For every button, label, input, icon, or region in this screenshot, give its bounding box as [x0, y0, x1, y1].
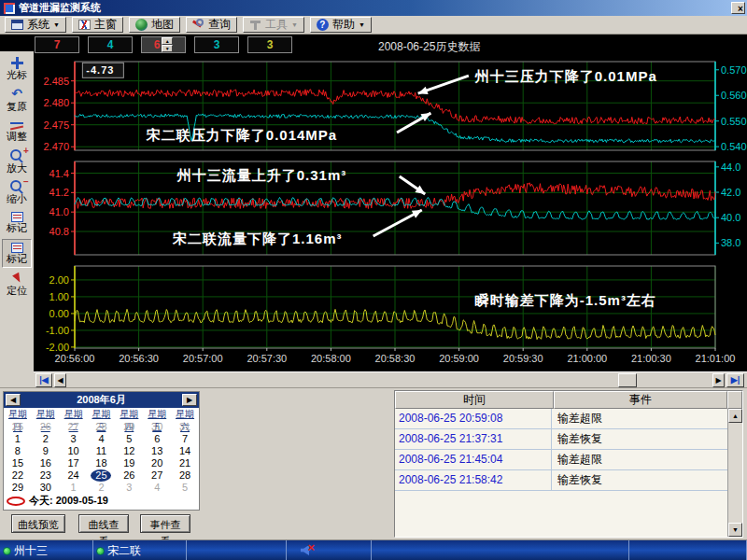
calendar-day[interactable]: 30 [32, 482, 60, 494]
calendar-day[interactable]: 6 [143, 433, 171, 445]
calendar-day[interactable]: 7 [171, 433, 199, 445]
calendar-day[interactable]: 8 [4, 445, 32, 457]
calendar-day[interactable]: 30 [143, 421, 171, 433]
calendar-day[interactable]: 14 [171, 445, 199, 457]
tool-zoom-out[interactable]: −缩小 [2, 177, 32, 206]
curve-view-button[interactable]: 曲线查看 [78, 514, 129, 533]
tool-restore[interactable]: ↶复原 [2, 85, 32, 114]
calendar-day[interactable]: 31 [171, 421, 199, 433]
curve-preview-button[interactable]: 曲线预览 [11, 514, 65, 533]
menu-item-system[interactable]: 系统▼ [5, 17, 66, 33]
calendar-day[interactable]: 2 [88, 482, 116, 494]
tool-mark[interactable]: 标记 [2, 208, 32, 237]
calendar-day-grid: 2526272829303112345678910111213141516171… [4, 421, 199, 494]
calendar-title: 2008年6月 [21, 393, 182, 407]
tool-zoom-in[interactable]: +放大 [2, 147, 32, 175]
calendar-day[interactable]: 27 [60, 421, 88, 433]
tool-mark-2[interactable]: 标记 [2, 239, 32, 268]
calendar-day[interactable]: 4 [143, 482, 171, 494]
menu-item-tools[interactable]: 工具▼ [243, 17, 304, 33]
app-icon [4, 3, 15, 14]
calendar-day[interactable]: 3 [60, 433, 88, 445]
hscroll-thumb[interactable] [618, 373, 637, 387]
calendar-day[interactable]: 18 [88, 457, 116, 469]
time-scrollbar[interactable]: |◀◀▶▶| [34, 371, 747, 387]
calendar-day[interactable]: 12 [115, 445, 143, 457]
calendar-day-selected[interactable]: 25 [91, 469, 111, 482]
calendar-day[interactable]: 28 [88, 421, 116, 433]
pressure-chart[interactable]: 2.4852.4802.4752.4700.5700.5600.5500.540… [35, 56, 747, 155]
scroll-down-icon[interactable]: ▼ [728, 523, 742, 537]
scroll-up-icon[interactable]: ▲ [728, 409, 742, 423]
menu-item-main-window[interactable]: 主窗 [72, 17, 123, 33]
svg-text:20:59:30: 20:59:30 [503, 353, 543, 364]
spinner-down-icon[interactable]: ▼ [162, 45, 173, 52]
calendar-prev-button[interactable]: ◀ [6, 394, 21, 406]
flow-chart[interactable]: 41.441.241.040.844.042.040.038.0州十三流量上升了… [35, 157, 747, 259]
calendar-day[interactable]: 29 [115, 421, 143, 433]
spinner-up-icon[interactable]: ▲ [162, 37, 173, 45]
event-table-row[interactable]: 2008-06-25 20:59:08输差超限 [395, 409, 727, 429]
counter-box-1[interactable]: 7 [35, 36, 79, 53]
event-table-scrollbar[interactable]: ▲ ▼ [727, 409, 742, 537]
calendar-day[interactable]: 19 [115, 457, 143, 469]
counter-box-5[interactable]: 3 [247, 36, 292, 53]
hscroll-prev-button[interactable]: ◀ [54, 373, 66, 387]
bottom-panel: ◀ 2008年6月 ▶ 星期日星期一星期二星期三星期四星期五星期六 252627… [0, 387, 747, 539]
hscroll-last-button[interactable]: ▶| [726, 373, 744, 387]
calendar-day[interactable]: 5 [171, 482, 199, 494]
event-table-row[interactable]: 2008-06-25 21:45:04输差超限 [395, 450, 727, 470]
menu-item-map[interactable]: 地图 [129, 17, 180, 33]
event-view-button[interactable]: 事件查看 [140, 514, 190, 533]
calendar-day[interactable]: 26 [115, 469, 143, 482]
calendar-day[interactable]: 3 [115, 482, 143, 494]
svg-text:41.2: 41.2 [49, 187, 69, 198]
calendar-day[interactable]: 5 [115, 433, 143, 445]
svg-text:20:57:00: 20:57:00 [183, 353, 223, 364]
calendar-day[interactable]: 27 [143, 469, 171, 482]
calendar-day[interactable]: 9 [32, 445, 60, 457]
tool-locate[interactable]: 定位 [2, 270, 32, 299]
calendar-day[interactable]: 21 [171, 457, 199, 469]
menu-item-help[interactable]: 帮助▼ [310, 17, 372, 33]
tool-cursor[interactable]: 光标 [2, 54, 32, 83]
status-station-zhoushisan[interactable]: 州十三 [0, 540, 93, 560]
counter-box-3[interactable]: 6▲▼ [141, 36, 186, 53]
svg-text:2.480: 2.480 [43, 97, 69, 108]
tool-label: 调整 [7, 131, 27, 142]
hscroll-first-button[interactable]: |◀ [35, 373, 52, 387]
calendar-day[interactable]: 10 [60, 445, 88, 457]
calendar-day[interactable]: 2 [32, 433, 60, 445]
calendar-day[interactable]: 28 [171, 469, 199, 482]
calendar-day[interactable]: 17 [60, 457, 88, 469]
calendar-day[interactable]: 29 [4, 482, 32, 494]
column-header-time: 时间 [395, 391, 554, 409]
calendar-day[interactable]: 13 [143, 445, 171, 457]
calendar-day[interactable]: 16 [32, 457, 60, 469]
hscroll-next-button[interactable]: ▶ [712, 373, 725, 387]
instant-diff-chart[interactable]: 2.001.000.00-1.00-2.0020:56:0020:56:3020… [35, 260, 747, 370]
calendar-day[interactable]: 22 [4, 469, 32, 482]
calendar-day[interactable]: 11 [88, 445, 116, 457]
tool-adjust[interactable]: 调整 [2, 116, 32, 145]
counter-box-4[interactable]: 3 [194, 36, 239, 53]
menu-item-query[interactable]: 查询 [186, 17, 237, 33]
counter-box-2[interactable]: 4 [88, 36, 133, 53]
close-button[interactable]: × [731, 2, 745, 14]
status-station-songerlian[interactable]: 宋二联 [93, 540, 187, 560]
calendar-day[interactable]: 24 [60, 469, 88, 482]
calendar-day[interactable]: 1 [4, 433, 32, 445]
calendar-day[interactable]: 20 [143, 457, 171, 469]
event-table-row[interactable]: 2008-06-25 21:37:31输差恢复 [395, 429, 727, 450]
calendar-day[interactable]: 26 [32, 421, 60, 433]
event-table-row[interactable]: 2008-06-25 21:58:42输差恢复 [395, 470, 727, 491]
calendar-day[interactable]: 23 [32, 469, 60, 482]
calendar-day[interactable]: 1 [60, 482, 88, 494]
svg-text:宋二联流量下降了1.16m³: 宋二联流量下降了1.16m³ [172, 231, 343, 246]
calendar-day[interactable]: 4 [88, 433, 116, 445]
counter-value: 7 [54, 38, 61, 51]
calendar-day[interactable]: 25 [4, 421, 32, 433]
calendar-day[interactable]: 15 [4, 457, 32, 469]
calendar-next-button[interactable]: ▶ [182, 394, 197, 406]
counter-spinner[interactable]: ▲▼ [162, 37, 173, 52]
